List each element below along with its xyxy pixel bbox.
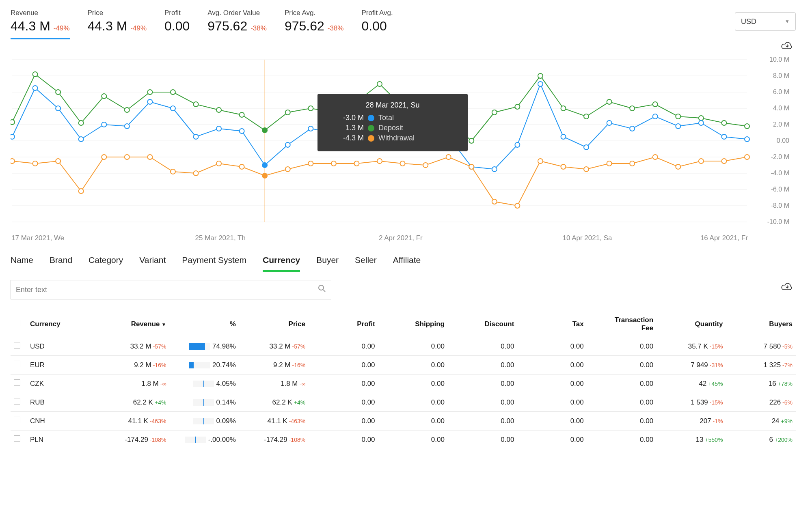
kpi-revenue[interactable]: Revenue44.3 M-49% [11,9,70,39]
kpi-price[interactable]: Price44.3 M-49% [88,9,147,38]
svg-point-62 [147,99,152,104]
cell-value: 9.2 M [273,361,291,369]
search-input[interactable] [16,286,318,294]
svg-point-113 [561,164,566,169]
svg-point-25 [56,90,60,95]
tab-name[interactable]: Name [11,255,33,272]
kpi-label: Profit Avg. [361,9,393,17]
svg-text:-2.0 M: -2.0 M [771,153,789,160]
cell-value: 1.8 M [281,380,298,388]
col-shipping[interactable]: Shipping [378,311,448,337]
col-quantity[interactable]: Quantity [657,311,726,337]
kpi-delta: -49% [54,24,70,32]
tab-buyer[interactable]: Buyer [316,255,339,272]
currency-table: CurrencyRevenue▼%PriceProfitShippingDisc… [11,311,796,449]
tab-variant[interactable]: Variant [139,255,166,272]
col-price[interactable]: Price [239,311,309,337]
cell-currency: RUB [27,393,100,412]
svg-point-32 [216,108,221,112]
kpi-avg-order-value[interactable]: Avg. Order Value975.62-38% [207,9,267,38]
svg-point-86 [699,121,704,125]
svg-text:4.0 M: 4.0 M [773,105,789,112]
table-row: EUR9.2 M -16%20.74%9.2 M -16%0.000.000.0… [11,356,796,374]
kpi-price-avg-[interactable]: Price Avg.975.62-38% [285,9,344,38]
svg-point-105 [377,159,382,164]
cell-quantity: 207 -1% [657,412,726,430]
kpi-profit-avg-[interactable]: Profit Avg.0.00 [361,9,393,38]
col-revenue[interactable]: Revenue▼ [100,311,169,337]
cell-value: 35.7 K [688,342,708,351]
cell-buyers: 6 +200% [726,430,796,449]
download-icon[interactable] [780,282,794,292]
svg-point-107 [423,163,428,168]
col-buyers[interactable]: Buyers [726,311,796,337]
tab-payment-system[interactable]: Payment System [182,255,246,272]
svg-point-64 [194,134,199,139]
cell-delta: -463% [150,418,166,424]
svg-point-44 [492,110,497,115]
svg-point-56 [11,134,15,139]
row-checkbox[interactable] [14,361,20,367]
download-icon[interactable] [780,41,794,51]
svg-point-111 [515,203,520,208]
svg-point-50 [630,106,635,111]
cell-revenue: 62.2 K +4% [100,393,169,412]
row-checkbox[interactable] [14,435,20,442]
cell-delta: -31% [710,362,723,368]
tooltip-row: 1.3 MDeposit [327,124,458,132]
svg-point-98 [216,161,221,166]
revenue-chart[interactable]: 10.0 M8.0 M6.0 M4.0 M2.0 M0.00-2.0 M-4.0… [11,56,792,245]
cell-value: 62.2 K [272,398,292,407]
col-discount[interactable]: Discount [448,311,517,337]
tab-category[interactable]: Category [89,255,123,272]
cell-buyers: 226 -6% [726,393,796,412]
svg-point-26 [79,121,84,125]
tooltip-dot [368,135,374,142]
col-profit[interactable]: Profit [309,311,378,337]
tab-brand[interactable]: Brand [50,255,72,272]
cell-fee: 0.00 [587,356,657,374]
row-checkbox[interactable] [14,398,20,405]
kpi-value: 0.00 [164,19,190,34]
tab-affiliate[interactable]: Affiliate [393,255,421,272]
tooltip-value: 1.3 M [327,124,364,132]
kpi-profit[interactable]: Profit0.00 [164,9,190,38]
search-row [11,280,796,299]
tab-seller[interactable]: Seller [355,255,377,272]
cell-delta: -1% [713,418,723,424]
svg-point-93 [102,155,106,159]
cell-delta: -57% [292,343,305,350]
row-checkbox[interactable] [14,379,20,386]
cell-tax: 0.00 [517,412,587,430]
cell-delta: -15% [710,343,723,350]
row-checkbox[interactable] [14,342,20,349]
chevron-down-icon: ▼ [785,19,790,24]
col-currency[interactable]: Currency [27,311,100,337]
svg-point-82 [607,121,612,125]
tab-currency[interactable]: Currency [263,255,300,272]
pct-label: 74.98% [212,342,236,351]
row-checkbox[interactable] [14,417,20,423]
table-row: CZK1.8 M -∞4.05%1.8 M -∞0.000.000.000.00… [11,374,796,393]
col--[interactable]: % [169,311,239,337]
col-tax[interactable]: Tax [517,311,587,337]
search-box[interactable] [11,280,331,299]
svg-point-79 [538,82,543,86]
cell-profit: 0.00 [309,430,378,449]
svg-text:-6.0 M: -6.0 M [771,186,789,193]
currency-select[interactable]: USD ▼ [735,12,796,31]
cell-discount: 0.00 [448,393,517,412]
cell-delta: -5% [782,343,793,350]
svg-point-97 [194,171,199,176]
cell-delta: -15% [710,399,723,406]
cell-shipping: 0.00 [378,412,448,430]
checkbox-icon[interactable] [14,320,20,326]
cell-value: 41.1 K [128,417,148,425]
kpi-delta: -38% [251,24,267,32]
cell-shipping: 0.00 [378,374,448,393]
svg-point-101 [285,167,290,172]
svg-point-66 [240,129,244,133]
col-transaction-fee[interactable]: TransactionFee [587,311,657,337]
cell-pct: 74.98% [169,337,239,356]
cell-buyers: 16 +78% [726,374,796,393]
